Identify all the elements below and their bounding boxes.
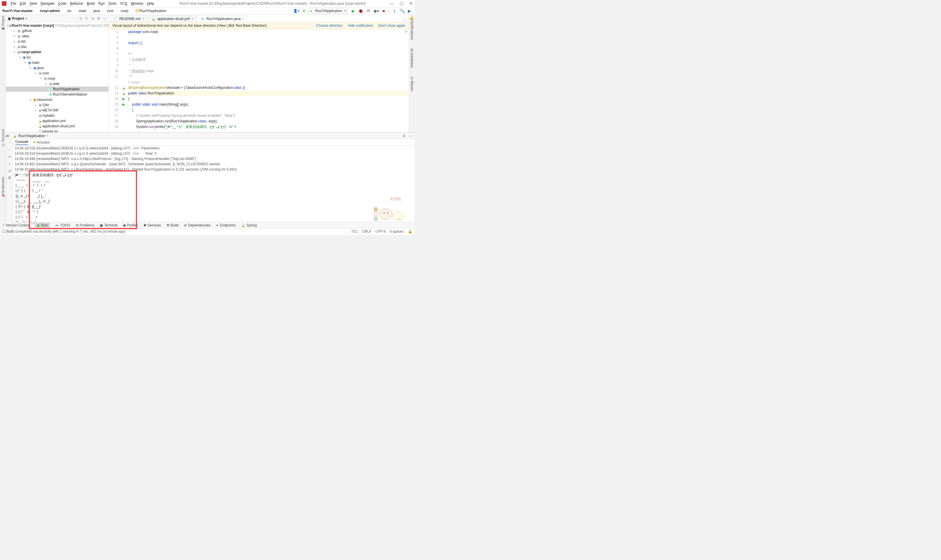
svg-point-0: [379, 209, 392, 219]
project-panel-icon: ▣: [8, 17, 11, 21]
select-opened-icon[interactable]: ⊙: [79, 17, 82, 21]
gear-icon[interactable]: ⚙: [97, 17, 100, 21]
svg-point-6: [374, 217, 378, 221]
editor-area: 📄README.md× 🍃application-druid.yml× CRuo…: [109, 15, 409, 132]
menu-navigate[interactable]: Navigate: [39, 1, 55, 6]
gutter-icons: 🍃 🍃▶ ▶: [121, 29, 126, 132]
svg-point-5: [374, 212, 378, 216]
tab-app[interactable]: CRuoYiApplication.java×: [197, 15, 248, 22]
project-panel: ▣ Project ▾ ⊙ ⇱ ⇲ ⚙ — ▾▣RuoYi-Vue-master…: [6, 15, 109, 132]
banner-hide[interactable]: Hide notification: [348, 23, 373, 28]
trash-icon[interactable]: 🗑: [8, 175, 11, 180]
menu-run[interactable]: Run: [97, 1, 106, 6]
menu-vcs[interactable]: VCS: [119, 1, 129, 6]
maven-tool-button[interactable]: m Maven: [410, 77, 414, 91]
debug-button[interactable]: 🐞: [358, 9, 363, 13]
code-editor[interactable]: ✔ 123678910111213141516171819 🍃 🍃▶ ▶ pac…: [109, 29, 409, 132]
leaf-icon: 🍃: [13, 134, 17, 138]
titlebar: File Edit View Navigate Code Refactor Bu…: [0, 0, 415, 7]
menu-build[interactable]: Build: [86, 1, 96, 6]
actuator-tab[interactable]: ✷ Actuator: [33, 140, 50, 145]
crumb-3[interactable]: main: [79, 9, 86, 13]
database-tool-button[interactable]: 🗄 Database: [410, 49, 414, 68]
user-dropdown-icon[interactable]: 👤▾: [293, 9, 299, 13]
crumb-5[interactable]: com: [107, 9, 114, 13]
banner-msg: Visual layout of bidirectional text can …: [112, 23, 267, 28]
run-panel: Run: 🍃RuoYiApplication × ⚙ — ↻ 🔧 ■ 📷 ▤ ⊞…: [0, 132, 415, 235]
search-icon[interactable]: 🔍: [400, 9, 404, 13]
svg-point-4: [374, 207, 378, 211]
svg-point-2: [387, 212, 388, 214]
git-update-icon[interactable]: ⤓: [392, 9, 396, 13]
up-icon[interactable]: ↑: [9, 140, 11, 145]
analysis-ok-icon: ✔: [404, 30, 407, 34]
mascot-sticker: 辛苦啦: [372, 197, 407, 223]
run-button[interactable]: ▶: [352, 9, 355, 13]
coverage-icon[interactable]: ⟳: [367, 9, 370, 13]
navbar: RuoYi-Vue-master〉 ruoyi-admin〉 src〉 main…: [0, 7, 415, 15]
run-tab-name: RuoYiApplication: [18, 134, 45, 138]
crumb-1[interactable]: ruoyi-admin: [40, 9, 60, 13]
maximize-icon[interactable]: ☐: [400, 1, 403, 6]
hamburger-icon[interactable]: ▶: [408, 9, 411, 13]
banner-dont[interactable]: Don't show again: [378, 23, 405, 28]
notifications-tool-button[interactable]: 🔔 Notifications: [410, 16, 414, 40]
scroll-icon[interactable]: ⤓: [8, 162, 11, 166]
svg-point-1: [383, 212, 384, 214]
menu-window[interactable]: Window: [130, 1, 145, 6]
class-icon: ⓒ: [135, 9, 139, 14]
run-config-label: RuoYiApplication: [315, 9, 342, 13]
console-tabs: Console ✷ Actuator: [13, 139, 415, 146]
menu-code[interactable]: Code: [57, 1, 68, 6]
banner-choose[interactable]: Choose direction: [316, 23, 343, 28]
tabs-more-icon[interactable]: ⋮: [401, 18, 409, 22]
hammer-icon[interactable]: ⚒: [302, 9, 306, 13]
right-tool-strip: 🔔 Notifications 🗄 Database m Maven: [409, 15, 415, 132]
menu-help[interactable]: Help: [146, 1, 155, 6]
expand-all-icon[interactable]: ⇱: [85, 17, 88, 21]
menu-file[interactable]: File: [9, 1, 17, 6]
structure-tool-button[interactable]: ☷ Structure: [1, 129, 5, 147]
crumb-6[interactable]: ruoyi: [121, 9, 129, 13]
stop-button[interactable]: ■: [383, 9, 385, 13]
crumb-2[interactable]: src: [67, 9, 72, 13]
console-side-toolbar: ↑ ↓ ⇌ ⤓ 🖨 🗑: [6, 139, 13, 235]
line-numbers: 123678910111213141516171819: [109, 29, 121, 132]
hide-panel-icon[interactable]: —: [103, 17, 107, 21]
project-tree[interactable]: ▾▣RuoYi-Vue-master [ruoyi] D:\DingJiaxio…: [6, 22, 109, 132]
proj-header-label: Project: [12, 17, 24, 21]
editor-tabs: 📄README.md× 🍃application-druid.yml× CRuo…: [109, 15, 409, 22]
run-hide-icon[interactable]: —: [409, 134, 412, 138]
bookmarks-tool-button[interactable]: 🔖 Bookmarks: [1, 177, 5, 198]
window-title: RuoYi-Vue-master [D:\DingJiaxiong\IdeaPr…: [155, 2, 390, 6]
tab-druid[interactable]: 🍃application-druid.yml×: [148, 15, 197, 22]
tab-readme[interactable]: 📄README.md×: [110, 15, 147, 22]
close-icon[interactable]: ✕: [409, 1, 413, 6]
wrap-icon[interactable]: ⇌: [8, 154, 11, 158]
run-config-select[interactable]: RuoYiApplication: [309, 8, 347, 14]
bidi-banner: Visual layout of bidirectional text can …: [109, 22, 409, 29]
crumb-4[interactable]: java: [94, 9, 100, 13]
profile-icon[interactable]: ◉▾: [374, 9, 379, 13]
console-output[interactable]: 14:54:18.516 [restartedMain] DEBUG c.r.q…: [13, 146, 415, 235]
breadcrumb: RuoYi-Vue-master〉 ruoyi-admin〉 src〉 main…: [2, 9, 166, 14]
run-settings-icon[interactable]: ⚙: [403, 134, 406, 138]
menu-edit[interactable]: Edit: [18, 1, 27, 6]
collapse-all-icon[interactable]: ⇲: [91, 17, 94, 21]
down-icon[interactable]: ↓: [9, 147, 11, 151]
main-menu: File Edit View Navigate Code Refactor Bu…: [9, 1, 155, 6]
print-icon[interactable]: 🖨: [8, 169, 11, 173]
crumb-7[interactable]: RuoYiApplication: [140, 9, 166, 13]
console-tab[interactable]: Console: [15, 140, 28, 145]
proj-view-dropdown[interactable]: ▾: [25, 17, 27, 21]
crumb-0[interactable]: RuoYi-Vue-master: [2, 9, 33, 13]
project-tool-button[interactable]: ▣ Project: [1, 16, 5, 31]
bg-tasks-icon[interactable]: ☐: [2, 229, 6, 234]
menu-refactor[interactable]: Refactor: [69, 1, 85, 6]
minimize-icon[interactable]: —: [390, 1, 394, 6]
menu-view[interactable]: View: [28, 1, 38, 6]
left-tool-strip: ▣ Project: [0, 15, 6, 132]
menu-tools[interactable]: Tools: [107, 1, 118, 6]
intellij-logo-icon: [2, 1, 6, 6]
